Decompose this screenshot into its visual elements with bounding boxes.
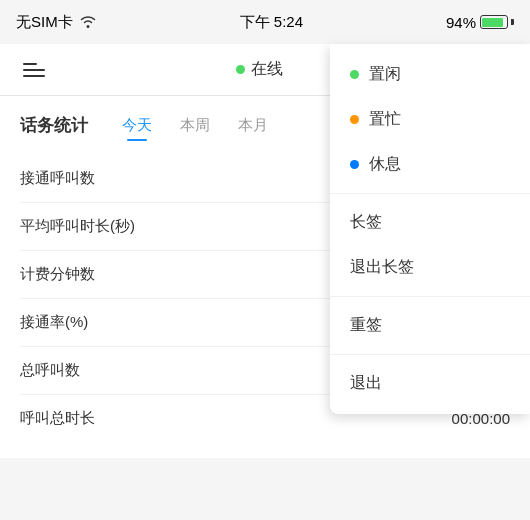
dropdown-item-long-sign[interactable]: 长签 bbox=[330, 200, 530, 245]
stats-label-4: 总呼叫数 bbox=[20, 361, 80, 380]
battery-percent: 94% bbox=[446, 14, 476, 31]
dropdown-divider-2 bbox=[330, 296, 530, 297]
stats-title: 话务统计 bbox=[20, 114, 88, 137]
status-right: 94% bbox=[446, 14, 514, 31]
dropdown-item-busy[interactable]: 置忙 bbox=[330, 97, 530, 142]
stats-label-2: 计费分钟数 bbox=[20, 265, 95, 284]
idle-status-dot-icon bbox=[350, 70, 359, 79]
stats-label-3: 接通率(%) bbox=[20, 313, 88, 332]
header-status: 在线 bbox=[236, 59, 283, 80]
status-bar: 无SIM卡 下午 5:24 94% bbox=[0, 0, 530, 44]
status-left: 无SIM卡 bbox=[16, 13, 97, 32]
tab-week[interactable]: 本周 bbox=[166, 112, 224, 139]
dropdown-item-exit[interactable]: 退出 bbox=[330, 361, 530, 406]
carrier-label: 无SIM卡 bbox=[16, 13, 73, 32]
online-dot-icon bbox=[236, 65, 245, 74]
idle-label: 置闲 bbox=[369, 64, 401, 85]
stats-label-5: 呼叫总时长 bbox=[20, 409, 95, 428]
dropdown-item-idle[interactable]: 置闲 bbox=[330, 52, 530, 97]
rest-status-dot-icon bbox=[350, 160, 359, 169]
tab-today[interactable]: 今天 bbox=[108, 112, 166, 139]
stats-label-1: 平均呼叫时长(秒) bbox=[20, 217, 135, 236]
dropdown-divider-1 bbox=[330, 193, 530, 194]
time-label: 下午 5:24 bbox=[240, 13, 303, 32]
dropdown-divider-3 bbox=[330, 354, 530, 355]
tabs: 今天 本周 本月 bbox=[108, 112, 282, 139]
rest-label: 休息 bbox=[369, 154, 401, 175]
dropdown-menu: 置闲 置忙 休息 长签 退出长签 重签 退出 bbox=[330, 44, 530, 414]
busy-status-dot-icon bbox=[350, 115, 359, 124]
busy-label: 置忙 bbox=[369, 109, 401, 130]
tab-month[interactable]: 本月 bbox=[224, 112, 282, 139]
stats-label-0: 接通呼叫数 bbox=[20, 169, 95, 188]
dropdown-item-exit-long-sign[interactable]: 退出长签 bbox=[330, 245, 530, 290]
menu-button[interactable] bbox=[16, 52, 52, 88]
battery-icon bbox=[480, 15, 514, 29]
dropdown-item-re-sign[interactable]: 重签 bbox=[330, 303, 530, 348]
wifi-icon bbox=[79, 14, 97, 31]
dropdown-item-rest[interactable]: 休息 bbox=[330, 142, 530, 187]
menu-lines-icon bbox=[23, 63, 45, 77]
online-label: 在线 bbox=[251, 59, 283, 80]
